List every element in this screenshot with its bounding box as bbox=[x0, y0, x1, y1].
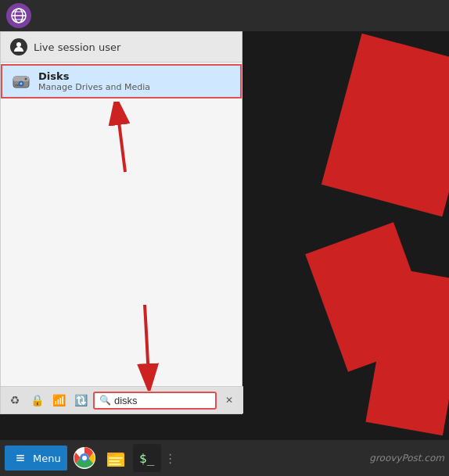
svg-point-5 bbox=[16, 42, 21, 47]
search-input-wrapper: 🔍 bbox=[93, 392, 217, 410]
taskbar-files-icon[interactable] bbox=[102, 444, 130, 472]
svg-rect-24 bbox=[107, 453, 115, 456]
taskbar-chrome-icon[interactable] bbox=[70, 444, 99, 472]
search-input[interactable] bbox=[114, 395, 210, 406]
user-name: Live session user bbox=[34, 41, 120, 53]
tool-icon-stats[interactable]: 📶 bbox=[49, 391, 68, 410]
desktop: Live session user bbox=[0, 0, 449, 476]
svg-rect-17 bbox=[16, 460, 24, 462]
result-title: Disks bbox=[38, 70, 150, 82]
menu-button[interactable]: Menu bbox=[5, 446, 67, 471]
user-avatar bbox=[10, 38, 27, 55]
panel-header: Live session user bbox=[1, 32, 242, 63]
panel-content: Disks Manage Drives and Media bbox=[1, 63, 242, 413]
search-result-disks[interactable]: Disks Manage Drives and Media bbox=[1, 64, 242, 98]
start-icon bbox=[11, 449, 30, 467]
search-icon: 🔍 bbox=[99, 395, 111, 406]
tool-icon-lock[interactable]: 🔒 bbox=[27, 391, 46, 410]
menu-label: Menu bbox=[33, 453, 61, 464]
result-text-disks: Disks Manage Drives and Media bbox=[38, 70, 150, 92]
svg-point-11 bbox=[20, 83, 22, 84]
disks-icon bbox=[10, 70, 32, 92]
taskbar-terminal-icon[interactable]: $_ bbox=[133, 444, 161, 472]
panel-search-bar: ♻ 🔒 📶 🔃 🔍 ✕ bbox=[1, 386, 243, 413]
terminal-prompt: $_ bbox=[139, 451, 154, 466]
taskbar: Menu bbox=[0, 440, 449, 476]
svg-rect-27 bbox=[109, 463, 121, 465]
bg-decoration-1 bbox=[321, 34, 449, 217]
svg-point-8 bbox=[25, 78, 27, 81]
svg-point-21 bbox=[82, 456, 87, 460]
svg-rect-16 bbox=[16, 457, 24, 459]
clear-search-button[interactable]: ✕ bbox=[220, 391, 239, 410]
taskbar-dots: ⋮ bbox=[164, 451, 177, 466]
app-panel: Live session user bbox=[0, 31, 242, 414]
svg-rect-26 bbox=[109, 460, 120, 462]
tool-icon-sync[interactable]: 🔃 bbox=[71, 391, 90, 410]
globe-icon[interactable] bbox=[6, 3, 31, 28]
watermark: groovyPost.com bbox=[369, 453, 444, 463]
svg-rect-15 bbox=[16, 455, 24, 456]
top-bar bbox=[0, 0, 449, 31]
tool-icon-refresh[interactable]: ♻ bbox=[5, 391, 24, 410]
svg-rect-25 bbox=[109, 457, 123, 459]
result-subtitle: Manage Drives and Media bbox=[38, 82, 150, 92]
